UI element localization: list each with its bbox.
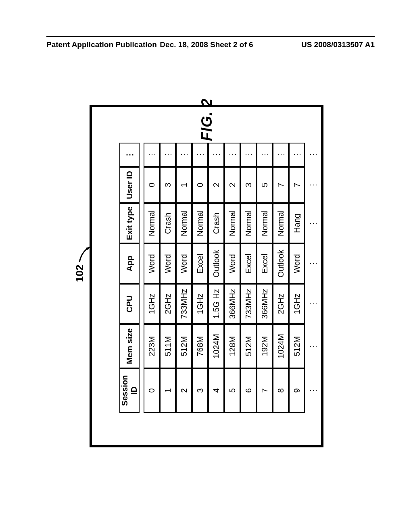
cell: Hang xyxy=(289,203,305,243)
table-row: 3 768M 1GHz Excel Normal 0 ⋮ xyxy=(192,143,208,413)
cell: 4 xyxy=(208,368,224,413)
cell: 3 xyxy=(192,368,208,413)
cell: 768M xyxy=(192,324,208,368)
cell: 2 xyxy=(224,167,240,203)
cell: 128M xyxy=(224,324,240,368)
cell: 512M xyxy=(176,324,192,368)
cell: 511M xyxy=(160,324,176,368)
cell: ⋮ xyxy=(305,167,321,203)
table-row: 6 512M 733MHz Excel Normal 3 ⋮ xyxy=(240,143,257,413)
table-row: 2 512M 733MHz Word Normal 1 ⋮ xyxy=(176,143,192,413)
col-app: App xyxy=(119,243,140,284)
col-mem-size: Mem size xyxy=(119,324,140,368)
header-right: US 2008/0313507 A1 xyxy=(301,40,375,49)
cell: 1.5G Hz xyxy=(208,284,224,324)
cell: 9 xyxy=(289,368,305,413)
cell: Word xyxy=(224,243,240,284)
cell: Excel xyxy=(240,243,257,284)
cell: ⋮ xyxy=(144,143,160,167)
cell: Word xyxy=(289,243,305,284)
page: Patent Application Publication Dec. 18, … xyxy=(0,0,413,532)
cell: ⋮ xyxy=(305,243,321,284)
col-exit-type: Exit type xyxy=(119,203,140,243)
table-header-row: Session ID Mem size CPU App Exit type Us… xyxy=(119,143,140,413)
cell: ⋮ xyxy=(289,143,305,167)
col-session-id: Session ID xyxy=(119,368,140,413)
cell: ⋮ xyxy=(224,143,240,167)
cell: 512M xyxy=(289,324,305,368)
cell: 0 xyxy=(144,167,160,203)
cell: 733MHz xyxy=(176,284,192,324)
table-row: ⋮ ⋮ ⋮ ⋮ ⋮ ⋮ ⋮ xyxy=(305,143,321,413)
cell: 1GHz xyxy=(192,284,208,324)
cell: Excel xyxy=(192,243,208,284)
table-row: 5 128M 366MHz Word Normal 2 ⋮ xyxy=(224,143,240,413)
reference-number: 102 xyxy=(73,265,86,282)
cell: ⋮ xyxy=(305,284,321,324)
cell: 2GHz xyxy=(273,284,289,324)
cell: ⋮ xyxy=(305,143,321,167)
cell: ⋮ xyxy=(160,143,176,167)
cell: 366MHz xyxy=(224,284,240,324)
cell: Word xyxy=(176,243,192,284)
cell: 2GHz xyxy=(160,284,176,324)
cell: ⋮ xyxy=(240,143,257,167)
table-row: 4 1024M 1.5G Hz Outlook Crash 2 ⋮ xyxy=(208,143,224,413)
session-table: Session ID Mem size CPU App Exit type Us… xyxy=(119,143,321,413)
cell: 0 xyxy=(192,167,208,203)
cell: 192M xyxy=(257,324,273,368)
table-row: 8 1024M 2GHz Outlook Normal 7 ⋮ xyxy=(273,143,289,413)
cell: 1 xyxy=(160,368,176,413)
cell: 0 xyxy=(144,368,160,413)
cell: Outlook xyxy=(208,243,224,284)
col-cpu: CPU xyxy=(119,284,140,324)
cell: 7 xyxy=(273,167,289,203)
cell: 8 xyxy=(273,368,289,413)
cell: 223M xyxy=(144,324,160,368)
cell: 1024M xyxy=(273,324,289,368)
cell: 512M xyxy=(240,324,257,368)
cell: Outlook xyxy=(273,243,289,284)
cell: ⋮ xyxy=(257,143,273,167)
header-mid: Dec. 18, 2008 Sheet 2 of 6 xyxy=(160,40,253,49)
cell: ⋮ xyxy=(305,368,321,413)
cell: 6 xyxy=(240,368,257,413)
cell: 733MHz xyxy=(240,284,257,324)
cell: ⋮ xyxy=(192,143,208,167)
cell: 1 xyxy=(176,167,192,203)
table-frame: Session ID Mem size CPU App Exit type Us… xyxy=(90,105,323,447)
col-user-id: User ID xyxy=(119,167,140,203)
table-row: 1 511M 2GHz Word Crash 3 ⋮ xyxy=(160,143,176,413)
cell: ⋮ xyxy=(305,203,321,243)
figure-rotated: 102 Session ID Mem size CPU App Exi xyxy=(73,77,340,472)
cell: Word xyxy=(144,243,160,284)
cell: 5 xyxy=(224,368,240,413)
cell: Crash xyxy=(208,203,224,243)
cell: ⋮ xyxy=(273,143,289,167)
cell: Normal xyxy=(257,203,273,243)
cell: Normal xyxy=(192,203,208,243)
cell: 3 xyxy=(240,167,257,203)
cell: Word xyxy=(160,243,176,284)
cell: 7 xyxy=(289,167,305,203)
figure-caption: FIG. 2 xyxy=(198,98,215,141)
cell: Normal xyxy=(224,203,240,243)
header-rule xyxy=(46,36,375,37)
cell: 3 xyxy=(160,167,176,203)
cell: ⋮ xyxy=(305,324,321,368)
cell: Normal xyxy=(144,203,160,243)
cell: ⋮ xyxy=(208,143,224,167)
cell: Normal xyxy=(273,203,289,243)
header-left: Patent Application Publication xyxy=(46,40,157,49)
col-more: ⋮ xyxy=(119,143,140,167)
cell: Normal xyxy=(176,203,192,243)
table-row: 7 192M 366MHz Excel Normal 5 ⋮ xyxy=(257,143,273,413)
cell: Crash xyxy=(160,203,176,243)
cell: 5 xyxy=(257,167,273,203)
cell: Normal xyxy=(240,203,257,243)
cell: 2 xyxy=(208,167,224,203)
cell: 366MHz xyxy=(257,284,273,324)
cell: 1024M xyxy=(208,324,224,368)
cell: Excel xyxy=(257,243,273,284)
table-row: 0 223M 1GHz Word Normal 0 ⋮ xyxy=(144,143,160,413)
